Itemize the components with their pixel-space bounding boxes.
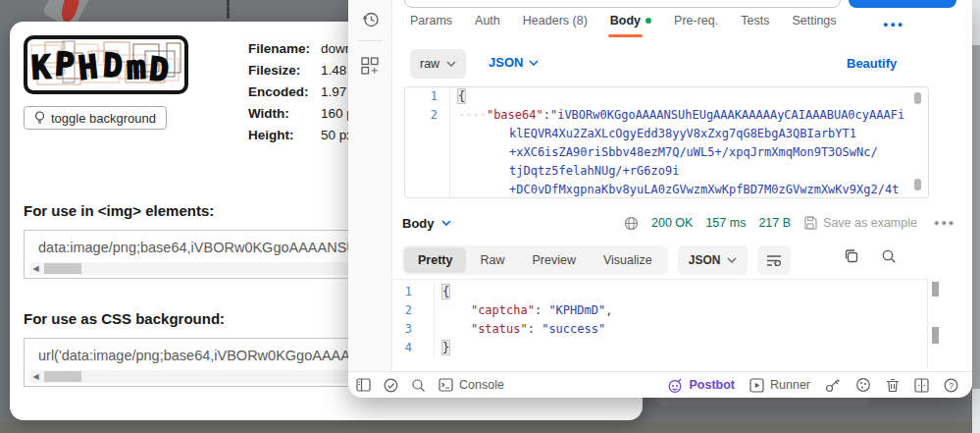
save-as-example-button[interactable]: Save as example bbox=[803, 216, 917, 230]
postbot-button[interactable]: Postbot bbox=[667, 378, 735, 393]
response-body-editor[interactable]: 1{2 "captcha": "KPHDmD",3 "status": "suc… bbox=[392, 279, 927, 367]
network-globe-icon[interactable] bbox=[624, 216, 639, 231]
editor-scrollbar-thumb[interactable] bbox=[914, 92, 921, 104]
code-content: { bbox=[450, 87, 465, 106]
request-body-editor[interactable]: 1{2····"base64":"iVBORw0KGgoAAAANSUhEUgA… bbox=[404, 86, 929, 198]
scrollbar-thumb[interactable] bbox=[44, 371, 81, 382]
toggle-background-label: toggle background bbox=[51, 111, 156, 126]
wrap-lines-button[interactable] bbox=[757, 245, 791, 275]
file-info-label: Filename: bbox=[248, 41, 319, 56]
file-info-row: Height:50 px bbox=[248, 124, 363, 145]
line-number bbox=[405, 162, 450, 181]
code-token: klEQVR4Xu2ZaXLcOgyEdd38yyV8xZxg7qG8EbgA3… bbox=[509, 127, 856, 140]
response-time[interactable]: 157 ms bbox=[705, 216, 746, 230]
line-number bbox=[405, 125, 450, 143]
trash-icon[interactable] bbox=[886, 378, 900, 393]
code-token: { bbox=[442, 285, 449, 298]
code-token: : bbox=[528, 322, 542, 336]
response-status[interactable]: 200 OK bbox=[651, 216, 693, 230]
response-more-button[interactable]: ●●● bbox=[934, 218, 955, 228]
body-mode-value: raw bbox=[420, 57, 439, 71]
help-icon[interactable]: ? bbox=[944, 378, 958, 393]
body-mode-select[interactable]: raw bbox=[410, 49, 466, 79]
code-token: +xXC6isZA90riSbbv48ezM7Q/uWL5+/xpqJrmXmq… bbox=[509, 145, 878, 159]
checks-icon[interactable] bbox=[384, 378, 398, 393]
beautify-button[interactable]: Beautify bbox=[847, 56, 897, 71]
code-line: 2 "captcha": "KPHDmD", bbox=[392, 301, 927, 320]
captcha-svg: K P H D m D bbox=[27, 39, 184, 90]
url-input[interactable] bbox=[404, 0, 841, 8]
response-view-tab-preview[interactable]: Preview bbox=[518, 247, 589, 273]
vault-icon[interactable] bbox=[825, 378, 841, 393]
code-token: , bbox=[605, 303, 612, 317]
wrap-lines-icon bbox=[766, 254, 782, 266]
code-line: 4} bbox=[392, 339, 927, 357]
line-number: 1 bbox=[392, 283, 435, 301]
file-info-row: Width:160 px bbox=[248, 102, 363, 124]
code-line: 1{ bbox=[392, 283, 927, 301]
code-content: ····"base64":"iVBORw0KGgoAAAANSUhEUgAAAK… bbox=[450, 106, 904, 125]
request-tab-body[interactable]: Body bbox=[610, 14, 651, 27]
lightbulb-icon bbox=[34, 111, 45, 125]
file-info-row: Filesize:1.48 K bbox=[248, 59, 363, 81]
postman-window: ParamsAuthHeaders (8)BodyPre-req.TestsSe… bbox=[348, 0, 972, 398]
sidebar-toggle-icon[interactable] bbox=[356, 378, 371, 392]
response-body-select[interactable]: Body bbox=[402, 216, 451, 231]
response-view-tab-raw[interactable]: Raw bbox=[466, 247, 518, 273]
scrollbar-thumb[interactable] bbox=[44, 263, 81, 274]
svg-text:P: P bbox=[54, 44, 77, 83]
scroll-left-arrow[interactable]: ◀ bbox=[29, 370, 42, 383]
copy-icon[interactable] bbox=[844, 248, 859, 264]
response-meta-bar: Body 200 OK 157 ms 217 B Save as example… bbox=[348, 204, 972, 242]
request-tab-tests[interactable]: Tests bbox=[741, 14, 769, 27]
request-tab-pre-req-[interactable]: Pre-req. bbox=[674, 14, 718, 27]
svg-text:D: D bbox=[102, 46, 124, 85]
runner-button[interactable]: Runner bbox=[749, 378, 810, 393]
request-tab-label: Pre-req. bbox=[674, 14, 718, 27]
rail-divider bbox=[358, 40, 383, 41]
request-language-select[interactable]: JSON bbox=[489, 55, 539, 70]
response-view-tab-visualize[interactable]: Visualize bbox=[590, 247, 666, 273]
editor-scroll-mark bbox=[914, 179, 921, 190]
page-scrollbar[interactable] bbox=[972, 0, 980, 433]
chevron-down-icon bbox=[529, 60, 539, 66]
request-tab-headers-8-[interactable]: Headers (8) bbox=[523, 14, 588, 27]
code-token: ···· bbox=[458, 108, 487, 122]
chevron-down-icon bbox=[727, 257, 737, 263]
search-icon[interactable] bbox=[411, 378, 426, 393]
toggle-background-button[interactable]: toggle background bbox=[24, 106, 167, 130]
response-view-tab-pretty[interactable]: Pretty bbox=[404, 247, 466, 273]
history-icon[interactable] bbox=[361, 10, 381, 29]
code-line: 3 "status": "success" bbox=[392, 320, 927, 339]
scroll-left-arrow[interactable]: ◀ bbox=[29, 262, 42, 275]
save-icon bbox=[803, 216, 817, 230]
postman-footer: Console Postbot Runner ? bbox=[348, 371, 972, 398]
request-language-value: JSON bbox=[489, 55, 523, 70]
console-label: Console bbox=[459, 378, 504, 392]
search-icon[interactable] bbox=[881, 248, 897, 264]
request-tab-label: Headers (8) bbox=[523, 14, 588, 27]
chevron-down-icon bbox=[441, 220, 451, 226]
split-panes-icon[interactable] bbox=[914, 378, 929, 393]
request-tab-auth[interactable]: Auth bbox=[475, 14, 500, 27]
cookies-icon[interactable] bbox=[855, 377, 871, 393]
request-tab-params[interactable]: Params bbox=[410, 14, 452, 27]
new-panel-icon[interactable] bbox=[361, 57, 380, 76]
code-token: : bbox=[535, 303, 548, 317]
postman-left-rail bbox=[348, 0, 392, 371]
response-size[interactable]: 217 B bbox=[758, 216, 791, 230]
code-token: "base64" bbox=[487, 108, 543, 122]
console-button[interactable]: Console bbox=[438, 378, 504, 392]
response-language-value: JSON bbox=[689, 253, 721, 267]
code-content: "captcha": "KPHDmD", bbox=[435, 301, 612, 320]
request-tabs-more-button[interactable]: ●●● bbox=[883, 20, 904, 29]
request-tab-bar: ParamsAuthHeaders (8)BodyPre-req.TestsSe… bbox=[410, 14, 837, 27]
code-content: } bbox=[435, 339, 449, 357]
line-number: 4 bbox=[392, 339, 435, 357]
response-language-select[interactable]: JSON bbox=[678, 245, 748, 275]
request-tab-settings[interactable]: Settings bbox=[792, 14, 836, 27]
request-tab-label: Settings bbox=[792, 14, 836, 27]
console-icon bbox=[438, 378, 453, 392]
send-button[interactable] bbox=[849, 0, 956, 8]
code-token: "success" bbox=[542, 322, 605, 336]
